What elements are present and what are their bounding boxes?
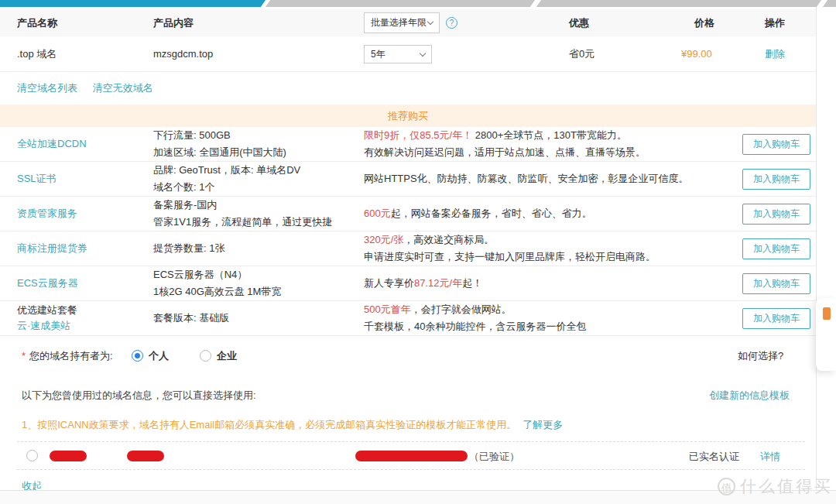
- product-content-line: 下行流量: 500GB: [153, 127, 364, 144]
- recommend-action-cell: 加入购物车: [711, 308, 816, 329]
- recommend-content-cell: 套餐版本: 基础版: [153, 310, 364, 327]
- recommend-row: 商标注册提货券提货券数量: 1张320元/张，高效递交商标局。申请进度实时可查，…: [0, 231, 816, 266]
- batch-year-select-value: 批量选择年限: [371, 16, 427, 29]
- radio-personal-label[interactable]: 个人: [149, 348, 169, 364]
- icann-policy-notice: 1、按照ICANN政策要求，域名持有人Email邮箱必须真实准确，必须完成邮箱真…: [22, 418, 563, 432]
- add-to-cart-button[interactable]: 加入购物车: [742, 134, 810, 155]
- add-to-cart-button[interactable]: 加入购物车: [742, 273, 810, 294]
- product-link[interactable]: 资质管家服务: [17, 206, 153, 221]
- create-template-link[interactable]: 创建新的信息模板: [709, 389, 790, 403]
- history-intro-text: 以下为您曾使用过的域名信息，您可以直接选择使用:: [22, 389, 256, 403]
- product-desc-line: 500元首年，会打字就会做网站。: [364, 301, 711, 318]
- product-desc-line: 有效解决访问延迟问题，适用于站点加速、点播、直播等场景。: [364, 144, 711, 161]
- recommend-row: ECS云服务器ECS云服务器（N4）1核2G 40G高效云盘 1M带宽新人专享价…: [0, 266, 816, 301]
- recommend-row: 资质管家服务备案服务-国内管家1V1服务，流程超简单，通过更快捷600元起，网站…: [0, 197, 816, 231]
- recommend-desc-cell: 新人专享价87.12元/年起！: [364, 275, 711, 292]
- year-select-value: 5年: [371, 48, 385, 61]
- recommend-content-cell: 品牌: GeoTrust，版本: 单域名DV域名个数: 1个: [153, 162, 364, 196]
- smzdm-badge-icon: 值: [717, 476, 737, 496]
- product-link[interactable]: 全站加速DCDN: [17, 136, 153, 152]
- col-header-product-content: 产品内容: [153, 9, 194, 36]
- product-desc-line: 申请进度实时可查，支持一键加入阿里品牌库，轻松开启电商路。: [364, 249, 711, 266]
- recommend-name-cell: 优选建站套餐云·速成美站: [17, 303, 153, 334]
- recommend-desc-cell: 网站HTTPS化、防劫持、防篡改、防监听、安全加密，彰显企业可信度。: [364, 170, 711, 187]
- product-content-line: 提货券数量: 1张: [153, 240, 364, 257]
- delete-link[interactable]: 删除: [765, 36, 785, 72]
- product-desc-line: 600元起，网站备案必备服务，省时、省心、省力。: [364, 205, 711, 222]
- batch-year-select[interactable]: 批量选择年限: [364, 12, 440, 33]
- radio-enterprise[interactable]: [200, 350, 211, 362]
- domain-name-value: mzsgdcm.top: [153, 36, 213, 72]
- redacted-holder-name: [50, 451, 87, 461]
- recommend-section-title: 推荐购买: [0, 105, 816, 127]
- product-desc-line: 网站HTTPS化、防劫持、防篡改、防监听、安全加密，彰显企业可信度。: [364, 170, 711, 187]
- recommend-action-cell: 加入购物车: [711, 238, 816, 259]
- floating-cart-widget[interactable]: [816, 298, 836, 371]
- product-desc-line: 新人专享价87.12元/年起！: [364, 275, 711, 292]
- contact-template-row: （已验证） 已实名认证 详情: [17, 441, 805, 470]
- clear-links-bar: 清空域名列表 清空无效域名: [17, 81, 166, 95]
- radio-enterprise-label[interactable]: 企业: [217, 348, 237, 364]
- col-header-discount: 优惠: [569, 9, 589, 36]
- product-desc-line: 千套模板，40余种功能控件，含云服务器一价全包: [364, 318, 711, 335]
- product-content-line: 品牌: GeoTrust，版本: 单域名DV: [153, 162, 364, 179]
- product-link[interactable]: 商标注册提货券: [17, 241, 153, 256]
- recommend-row: 全站加速DCDN下行流量: 500GB加速区域: 全国通用(中国大陆)限时9折，…: [0, 127, 816, 162]
- recommend-desc-cell: 320元/张，高效递交商标局。申请进度实时可查，支持一键加入阿里品牌库，轻松开启…: [364, 231, 711, 266]
- cart-item-row: .top 域名 mzsgdcm.top 5年 省0元 ¥99.00 删除: [0, 36, 816, 72]
- recommend-content-cell: 提货券数量: 1张: [153, 240, 364, 257]
- footer-strip: [0, 490, 836, 504]
- recommend-content-cell: 下行流量: 500GB加速区域: 全国通用(中国大陆): [153, 127, 364, 161]
- progress-step-active: [0, 0, 266, 7]
- add-to-cart-button[interactable]: 加入购物车: [742, 238, 810, 259]
- product-content-line: ECS云服务器（N4）: [153, 266, 364, 283]
- col-header-action: 操作: [765, 9, 785, 36]
- chevron-down-icon: [427, 19, 433, 25]
- recommend-action-cell: 加入购物车: [711, 204, 816, 225]
- recommend-rows: 全站加速DCDN下行流量: 500GB加速区域: 全国通用(中国大陆)限时9折，…: [0, 127, 816, 336]
- product-name-text: 优选建站套餐: [17, 303, 153, 318]
- recommend-name-cell: 商标注册提货券: [17, 241, 153, 256]
- product-content-line: 备案服务-国内: [153, 197, 364, 214]
- add-to-cart-button[interactable]: 加入购物车: [742, 204, 810, 225]
- clear-domain-list-link[interactable]: 清空域名列表: [17, 82, 77, 94]
- how-to-choose-link[interactable]: 如何选择?: [738, 348, 783, 364]
- product-link[interactable]: SSL证书: [17, 171, 153, 187]
- radio-personal[interactable]: [132, 350, 143, 362]
- learn-more-link[interactable]: 了解更多: [522, 419, 563, 430]
- product-link[interactable]: ECS云服务器: [17, 276, 153, 291]
- product-link[interactable]: 云·速成美站: [17, 318, 153, 334]
- domain-holder-label: 您的域名持有者为:: [29, 348, 113, 364]
- recommend-desc-cell: 限时9折，仅85.5元/年！ 2800+全球节点，130T带宽能力。有效解决访问…: [364, 127, 711, 161]
- product-desc-line: 320元/张，高效递交商标局。: [364, 231, 711, 249]
- recommend-name-cell: SSL证书: [17, 171, 153, 187]
- clear-invalid-domain-link[interactable]: 清空无效域名: [93, 82, 153, 94]
- recommend-desc-cell: 500元首年，会打字就会做网站。千套模板，40余种功能控件，含云服务器一价全包: [364, 301, 711, 335]
- smzdm-watermark: 值 什么值得买: [718, 475, 833, 497]
- recommend-row: 优选建站套餐云·速成美站套餐版本: 基础版500元首年，会打字就会做网站。千套模…: [0, 301, 816, 336]
- detail-link[interactable]: 详情: [760, 442, 780, 471]
- smzdm-watermark-text: 什么值得买: [740, 475, 833, 497]
- domain-holder-row: * 您的域名持有者为: 个人 企业 如何选择?: [0, 348, 816, 364]
- help-icon[interactable]: ?: [446, 17, 457, 29]
- redacted-email: [355, 451, 468, 461]
- recommend-desc-cell: 600元起，网站备案必备服务，省时、省心、省力。: [364, 205, 711, 222]
- cart-content-panel: 产品名称 产品内容 批量选择年限 ? 优惠 价格 操作 .top 域名 mzsg…: [0, 7, 817, 490]
- add-to-cart-button[interactable]: 加入购物车: [742, 169, 810, 190]
- radio-template[interactable]: [26, 450, 38, 461]
- product-content-line: 加速区域: 全国通用(中国大陆): [153, 144, 364, 161]
- recommend-name-cell: 资质管家服务: [17, 206, 153, 221]
- recommend-name-cell: 全站加速DCDN: [17, 136, 153, 152]
- chevron-down-icon: [420, 50, 426, 56]
- recommend-row: SSL证书品牌: GeoTrust，版本: 单域名DV域名个数: 1个网站HTT…: [0, 162, 816, 197]
- add-to-cart-button[interactable]: 加入购物车: [742, 308, 810, 329]
- recommend-content-cell: 备案服务-国内管家1V1服务，流程超简单，通过更快捷: [153, 197, 364, 231]
- progress-step-2: [266, 0, 535, 7]
- product-content-line: 域名个数: 1个: [153, 179, 364, 196]
- domain-product-name: .top 域名: [17, 36, 57, 72]
- recommend-action-cell: 加入购物车: [711, 273, 816, 294]
- year-select[interactable]: 5年: [364, 45, 432, 63]
- col-header-price: 价格: [694, 9, 714, 36]
- verified-badge: （已验证）: [469, 442, 519, 471]
- product-content-line: 套餐版本: 基础版: [153, 310, 364, 327]
